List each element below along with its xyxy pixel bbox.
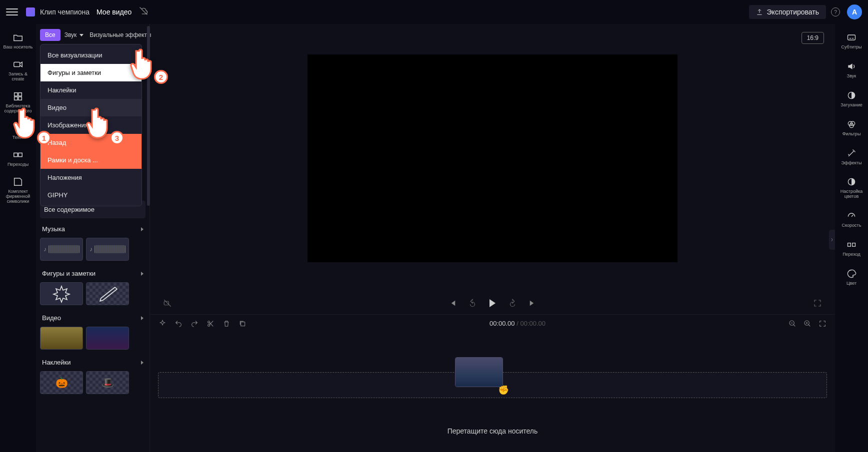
aspect-ratio-button[interactable]: 16:9	[802, 32, 824, 44]
fit-button[interactable]	[818, 319, 827, 328]
rr-label: Переход	[842, 252, 860, 257]
duplicate-button[interactable]	[238, 319, 247, 328]
avatar[interactable]: A	[847, 4, 862, 19]
chevron-right-icon	[141, 316, 144, 320]
music-thumb[interactable]: ♪	[40, 238, 83, 261]
filter-all[interactable]: Все	[40, 29, 60, 41]
section-stickers-label: Наклейки	[42, 359, 70, 366]
dd-frames[interactable]: Рамки и доска ...	[40, 151, 142, 169]
svg-rect-4	[18, 97, 22, 100]
rr-label: Звук	[847, 74, 856, 79]
svg-rect-2	[18, 92, 22, 95]
skip-end-button[interactable]	[527, 298, 538, 309]
transition-icon	[846, 239, 857, 250]
rail-brand-kit[interactable]: Комплект фирменной символики	[1, 172, 35, 208]
rr-fade[interactable]: Затухание	[836, 87, 867, 111]
palette-icon	[846, 268, 857, 279]
fade-icon	[846, 90, 857, 101]
play-button[interactable]	[487, 298, 498, 309]
library-icon	[12, 91, 24, 102]
section-stickers[interactable]: Наклейки	[40, 355, 146, 370]
dd-overlays[interactable]: Наложения	[40, 169, 142, 186]
rail-label: Ваш носитель	[4, 45, 33, 50]
rr-label: Цвет	[846, 281, 856, 286]
zoom-in-button[interactable]	[803, 319, 812, 328]
project-name: Клип чемпиона	[40, 8, 90, 16]
zoom-out-button[interactable]	[788, 319, 797, 328]
video-title[interactable]: Мое видео	[96, 8, 132, 16]
section-music-label: Музыка	[42, 225, 65, 233]
cloud-off-icon	[138, 6, 148, 18]
note-icon: ♪	[44, 246, 46, 253]
undo-button[interactable]	[174, 319, 183, 328]
export-button[interactable]: Экспортировать	[749, 5, 826, 19]
timecode-duration: 00:00.00	[520, 320, 546, 327]
dd-stickers[interactable]: Наклейки	[40, 81, 142, 99]
filter-sound[interactable]: Звук	[60, 29, 88, 41]
effects-icon	[846, 148, 857, 159]
rr-color[interactable]: Цвет	[836, 265, 867, 289]
timeline-clip[interactable]	[455, 357, 503, 387]
magic-button[interactable]	[158, 319, 167, 328]
contrast-icon	[846, 176, 857, 187]
skip-start-button[interactable]	[447, 298, 458, 309]
rail-label: Запись & create	[8, 72, 28, 82]
rr-transition[interactable]: Переход	[836, 236, 867, 260]
delete-button[interactable]	[222, 319, 231, 328]
rr-speed[interactable]: Скорость	[836, 207, 867, 231]
export-label: Экспортировать	[767, 8, 819, 16]
camera-icon	[12, 59, 24, 70]
speed-icon	[846, 210, 857, 221]
svg-rect-19	[848, 243, 851, 247]
rr-effects[interactable]: Эффекты	[836, 145, 867, 169]
svg-rect-13	[848, 35, 856, 40]
callout-badge: 3	[110, 131, 124, 145]
shape-thumb-arrow[interactable]	[86, 282, 129, 305]
menu-button[interactable]	[6, 6, 18, 18]
collapse-right-panel[interactable]	[829, 230, 835, 250]
rail-label: Комплект фирменной символики	[2, 189, 34, 204]
shape-thumb-burst[interactable]	[40, 282, 83, 305]
rr-audio[interactable]: Звук	[836, 58, 867, 82]
rail-transitions[interactable]: Переходы	[1, 145, 35, 171]
filter-visual-effects[interactable]: Визуальные эффекты	[90, 31, 151, 38]
camera-off-icon[interactable]	[162, 298, 173, 309]
timecode-current: 00:00.00	[490, 320, 515, 327]
section-music[interactable]: Музыка	[40, 221, 146, 237]
section-video[interactable]: Видео	[40, 310, 146, 326]
section-shapes[interactable]: Фигуры и заметки	[40, 266, 146, 281]
rr-filters[interactable]: Фильтры	[836, 116, 867, 140]
dd-all-visual[interactable]: Все визуализации	[40, 46, 142, 64]
callout-pointer-1: 1	[11, 105, 43, 143]
rr-subtitles[interactable]: Субтитры	[836, 29, 867, 53]
fullscreen-button[interactable]	[812, 298, 823, 309]
music-thumb[interactable]: ♪	[86, 238, 129, 261]
sticker-thumb[interactable]: 🎩	[86, 371, 129, 394]
rewind-button[interactable]	[467, 298, 478, 309]
video-thumb[interactable]	[86, 327, 129, 350]
rail-your-media[interactable]: Ваш носитель	[1, 28, 35, 54]
callout-pointer-2: 2	[128, 46, 160, 84]
split-button[interactable]	[206, 319, 215, 328]
redo-button[interactable]	[190, 319, 199, 328]
brand-icon	[12, 176, 24, 187]
chevron-right-icon	[141, 272, 144, 276]
help-button[interactable]: ?	[831, 7, 840, 16]
subtitles-icon	[846, 32, 857, 43]
chevron-down-icon	[80, 34, 84, 36]
video-thumb[interactable]	[40, 327, 83, 350]
forward-button[interactable]	[507, 298, 518, 309]
rr-label: Фильтры	[842, 132, 861, 137]
rail-label: Переходы	[8, 162, 28, 167]
speaker-icon	[846, 61, 857, 72]
dd-shapes-notes[interactable]: Фигуры и заметки	[40, 64, 142, 81]
rail-record[interactable]: Запись & create	[1, 55, 35, 86]
rr-color-adjust[interactable]: Настройка цветов	[836, 173, 867, 202]
app-logo	[26, 7, 35, 16]
sticker-thumb[interactable]: 🎃	[40, 371, 83, 394]
chevron-right-icon	[141, 227, 144, 231]
svg-rect-10	[241, 322, 245, 326]
section-shapes-label: Фигуры и заметки	[42, 270, 96, 277]
svg-rect-3	[14, 97, 18, 100]
dd-giphy[interactable]: GIPHY	[40, 186, 142, 204]
